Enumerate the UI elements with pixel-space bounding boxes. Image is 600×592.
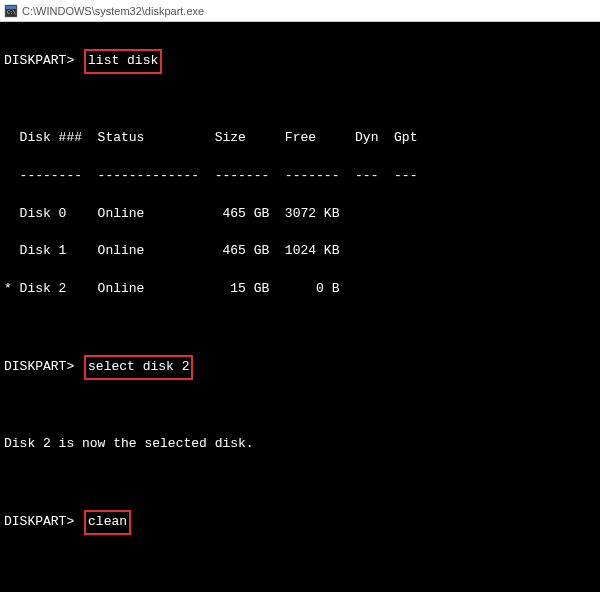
- command-list-disk: list disk: [84, 49, 162, 74]
- table-row: Disk 1 Online 465 GB 1024 KB: [4, 242, 596, 261]
- table-header: Disk ### Status Size Free Dyn Gpt: [4, 129, 596, 148]
- command-clean: clean: [84, 510, 131, 535]
- terminal-output[interactable]: DISKPART> list disk Disk ### Status Size…: [0, 22, 600, 592]
- window-title: C:\WINDOWS\system32\diskpart.exe: [22, 5, 204, 17]
- table-row: * Disk 2 Online 15 GB 0 B: [4, 280, 596, 299]
- window-titlebar: C:\ C:\WINDOWS\system32\diskpart.exe: [0, 0, 600, 22]
- message: Disk 2 is now the selected disk.: [4, 435, 596, 454]
- prompt: DISKPART>: [4, 514, 74, 529]
- svg-text:C:\: C:\: [7, 9, 16, 15]
- prompt: DISKPART>: [4, 359, 74, 374]
- prompt: DISKPART>: [4, 53, 74, 68]
- table-row: Disk 0 Online 465 GB 3072 KB: [4, 205, 596, 224]
- app-icon: C:\: [4, 4, 18, 18]
- table-divider: -------- ------------- ------- ------- -…: [4, 167, 596, 186]
- command-select-disk: select disk 2: [84, 355, 193, 380]
